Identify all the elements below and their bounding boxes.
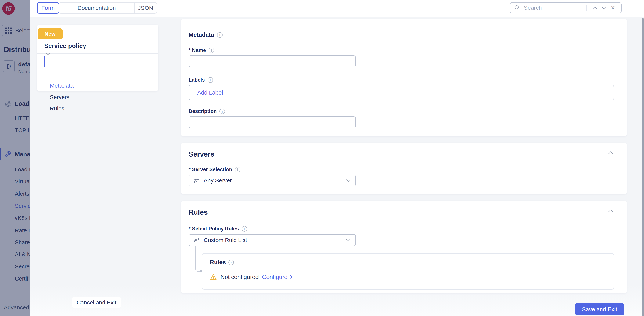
nested-rules-card: Rules Not configured Configure: [202, 253, 614, 290]
select-policy-rules-label: * Select Policy Rules: [188, 226, 247, 232]
service-policy-create-page: Form Documentation JSON f5: [0, 0, 644, 316]
nested-rules-heading-text: Rules: [210, 259, 226, 266]
vertical-scrollbar[interactable]: [642, 18, 644, 316]
info-icon[interactable]: [242, 226, 247, 232]
labels-label: Labels: [188, 77, 213, 83]
nested-rules-heading: Rules: [210, 259, 234, 266]
panel-title: Service policy: [44, 42, 86, 50]
app-sidebar: f5 Select Distribut D defaul Names Load …: [0, 0, 30, 316]
tab-documentation[interactable]: Documentation: [59, 3, 134, 13]
metadata-section: Metadata * Name Labels Add Label Descrip…: [181, 19, 627, 136]
panel-nav-rules[interactable]: Rules: [50, 105, 64, 112]
save-and-exit-button[interactable]: Save and Exit: [575, 303, 624, 315]
search-icon: [514, 5, 520, 11]
info-icon[interactable]: [220, 109, 225, 114]
search-prev-icon[interactable]: [590, 4, 599, 12]
servers-section: Servers * Server Selection Any Server: [181, 143, 627, 194]
panel-nav-metadata[interactable]: Metadata: [50, 82, 74, 90]
info-icon[interactable]: [209, 48, 214, 53]
warning-icon: [210, 274, 217, 280]
info-icon[interactable]: [208, 77, 213, 83]
description-label: Description: [188, 108, 225, 114]
panel-nav-servers[interactable]: Servers: [50, 93, 69, 101]
chevron-down-icon: [346, 239, 351, 242]
new-badge: New: [38, 29, 62, 40]
not-configured-status: Not configured: [220, 274, 259, 280]
info-icon[interactable]: [228, 260, 234, 265]
rules-status-row: Not configured Configure: [210, 274, 293, 280]
branch-icon: [194, 237, 200, 243]
server-selection-dropdown[interactable]: Any Server: [188, 175, 356, 186]
name-input[interactable]: [188, 55, 356, 67]
collapse-servers-icon[interactable]: [608, 151, 614, 155]
tab-form[interactable]: Form: [37, 2, 59, 14]
modal-overlay[interactable]: [0, 0, 30, 316]
nested-connector-line: [196, 246, 201, 272]
view-tabs: Form Documentation JSON: [37, 2, 157, 14]
form-nav-panel: New Service policy Metadata Servers Rule…: [37, 25, 158, 91]
rules-section: Rules * Select Policy Rules Custom Rule …: [181, 201, 627, 293]
info-icon[interactable]: [235, 167, 240, 172]
description-input[interactable]: [188, 116, 356, 128]
metadata-heading-text: Metadata: [188, 32, 214, 38]
select-policy-rules-label-text: * Select Policy Rules: [188, 226, 239, 232]
server-selection-label-text: * Server Selection: [188, 167, 232, 173]
active-nav-indicator: [44, 56, 45, 67]
policy-rules-value: Custom Rule List: [204, 237, 247, 243]
tab-json[interactable]: JSON: [134, 3, 156, 13]
server-selection-value: Any Server: [204, 177, 232, 184]
search-box: [510, 2, 622, 13]
name-label-text: * Name: [188, 47, 206, 53]
chevron-down-icon: [346, 179, 351, 182]
header-bar: Form Documentation JSON: [30, 0, 644, 17]
server-selection-label: * Server Selection: [188, 167, 240, 173]
servers-heading: Servers: [188, 150, 214, 158]
configure-link[interactable]: Configure: [262, 274, 293, 280]
rules-heading: Rules: [188, 208, 208, 216]
search-input[interactable]: [524, 4, 583, 11]
policy-rules-dropdown[interactable]: Custom Rule List: [188, 234, 356, 246]
search-divider: [586, 5, 587, 11]
panel-divider: [37, 53, 158, 54]
search-next-icon[interactable]: [599, 4, 608, 12]
labels-label-text: Labels: [188, 77, 205, 83]
branch-icon: [194, 177, 200, 184]
name-label: * Name: [188, 47, 214, 53]
tab-group: Documentation JSON: [59, 2, 157, 14]
metadata-heading: Metadata: [188, 32, 222, 38]
labels-field[interactable]: Add Label: [188, 85, 614, 100]
collapse-rules-icon[interactable]: [608, 209, 614, 213]
search-close-icon[interactable]: [608, 4, 618, 12]
configure-link-text: Configure: [262, 274, 288, 280]
description-label-text: Description: [188, 108, 217, 114]
info-icon[interactable]: [217, 32, 222, 38]
collapse-notch-icon[interactable]: [46, 52, 50, 55]
cancel-and-exit-button[interactable]: Cancel and Exit: [72, 297, 121, 308]
add-label-button[interactable]: Add Label: [197, 89, 223, 96]
